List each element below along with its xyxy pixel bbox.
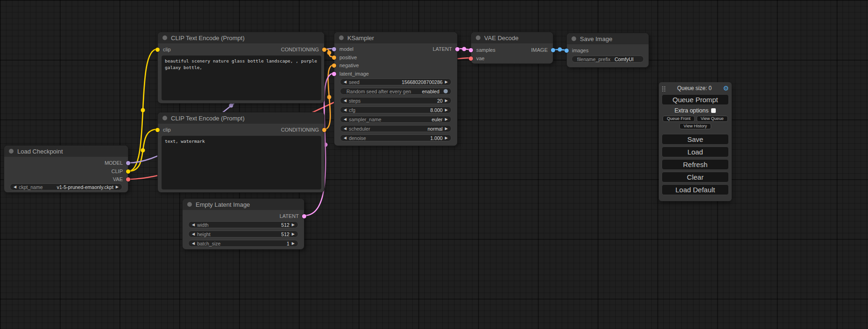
input-slot-negative[interactable]: negative: [334, 63, 359, 68]
increment-arrow-icon[interactable]: ▶: [116, 185, 119, 189]
decrement-arrow-icon[interactable]: ◀: [192, 232, 195, 236]
queue-front-button[interactable]: Queue Front: [663, 116, 695, 122]
widget-denoise[interactable]: ◀ denoise 1.000 ▶: [340, 134, 452, 141]
output-slot-latent[interactable]: LATENT: [433, 46, 457, 52]
collapse-toggle-icon[interactable]: [162, 116, 167, 120]
decrement-arrow-icon[interactable]: ◀: [192, 242, 195, 245]
widget-scheduler[interactable]: ◀ scheduler normal ▶: [340, 125, 452, 132]
input-slot-vae[interactable]: vae: [471, 56, 485, 61]
clip-port-icon[interactable]: [126, 169, 130, 174]
output-slot-latent[interactable]: LATENT: [280, 213, 304, 219]
latent-port-icon[interactable]: [302, 214, 306, 218]
decrement-arrow-icon[interactable]: ◀: [344, 136, 346, 140]
model-port-icon[interactable]: [126, 161, 130, 165]
output-slot-conditioning[interactable]: CONDITIONING: [281, 47, 324, 52]
negative-prompt-textarea[interactable]: text, watermark: [162, 136, 321, 189]
save-button[interactable]: Save: [662, 134, 729, 145]
input-slot-model[interactable]: model: [334, 46, 353, 52]
conditioning-port-icon[interactable]: [332, 56, 336, 60]
load-button[interactable]: Load: [662, 147, 729, 157]
increment-arrow-icon[interactable]: ▶: [292, 232, 295, 236]
widget-random-seed-toggle[interactable]: Random seed after every gen enabled: [340, 88, 452, 95]
node-save-image[interactable]: Save Image images filename_prefix ComfyU…: [566, 33, 649, 68]
extra-options-checkbox[interactable]: [711, 108, 716, 113]
node-titlebar[interactable]: CLIP Text Encode (Prompt): [158, 112, 324, 124]
load-default-button[interactable]: Load Default: [662, 184, 729, 195]
settings-gear-icon[interactable]: ⚙: [723, 85, 729, 91]
node-titlebar[interactable]: Save Image: [567, 33, 649, 44]
input-slot-clip[interactable]: clip: [158, 127, 171, 133]
decrement-arrow-icon[interactable]: ◀: [344, 108, 346, 112]
latent-port-icon[interactable]: [455, 47, 459, 51]
widget-sampler-name[interactable]: ◀ sampler_name euler ▶: [340, 116, 452, 123]
input-slot-positive[interactable]: positive: [334, 55, 357, 60]
decrement-arrow-icon[interactable]: ◀: [344, 99, 346, 103]
widget-seed[interactable]: ◀ seed 156680208700286 ▶: [340, 78, 452, 85]
output-slot-image[interactable]: IMAGE: [531, 47, 553, 53]
increment-arrow-icon[interactable]: ▶: [445, 80, 448, 84]
positive-prompt-textarea[interactable]: beautiful scenery nature glass bottle la…: [162, 56, 321, 100]
widget-ckpt-name[interactable]: ◀ ckpt_name v1-5-pruned-emaonly.ckpt ▶: [10, 183, 122, 190]
output-slot-model[interactable]: MODEL: [105, 160, 128, 166]
conditioning-port-icon[interactable]: [322, 48, 326, 52]
queue-prompt-button[interactable]: Queue Prompt: [662, 94, 729, 105]
conditioning-port-icon[interactable]: [322, 128, 326, 132]
view-queue-button[interactable]: View Queue: [697, 116, 728, 122]
node-titlebar[interactable]: CLIP Text Encode (Prompt): [158, 32, 324, 43]
widget-cfg[interactable]: ◀ cfg 8.000 ▶: [340, 106, 452, 113]
node-titlebar[interactable]: Load Checkpoint: [4, 146, 128, 157]
collapse-toggle-icon[interactable]: [339, 35, 344, 40]
increment-arrow-icon[interactable]: ▶: [445, 136, 448, 140]
decrement-arrow-icon[interactable]: ◀: [14, 185, 16, 189]
collapse-toggle-icon[interactable]: [476, 35, 480, 40]
refresh-button[interactable]: Refresh: [662, 159, 729, 170]
increment-arrow-icon[interactable]: ▶: [445, 99, 448, 103]
increment-arrow-icon[interactable]: ▶: [445, 127, 448, 131]
node-titlebar[interactable]: Empty Latent Image: [183, 199, 304, 210]
node-empty-latent-image[interactable]: Empty Latent Image LATENT ◀ width 512 ▶ …: [182, 198, 304, 250]
input-slot-latent-image[interactable]: latent_image: [334, 71, 369, 77]
widget-filename-prefix[interactable]: filename_prefix ComfyUI: [572, 56, 644, 63]
output-slot-conditioning[interactable]: CONDITIONING: [281, 127, 324, 133]
increment-arrow-icon[interactable]: ▶: [292, 223, 295, 227]
node-vae-decode[interactable]: VAE Decode samples vae IMAGE: [471, 32, 553, 64]
drag-handle-icon[interactable]: [662, 85, 666, 91]
decrement-arrow-icon[interactable]: ◀: [344, 80, 346, 84]
decrement-arrow-icon[interactable]: ◀: [192, 223, 195, 227]
clip-port-icon[interactable]: [155, 128, 160, 132]
input-slot-clip[interactable]: clip: [158, 47, 171, 52]
model-port-icon[interactable]: [332, 47, 336, 51]
input-slot-samples[interactable]: samples: [471, 47, 495, 53]
collapse-toggle-icon[interactable]: [9, 149, 14, 154]
output-slot-clip[interactable]: CLIP: [112, 168, 128, 174]
latent-port-icon[interactable]: [469, 48, 473, 52]
node-titlebar[interactable]: VAE Decode: [471, 32, 553, 43]
latent-port-icon[interactable]: [332, 72, 336, 76]
increment-arrow-icon[interactable]: ▶: [445, 108, 448, 112]
node-clip-text-encode-positive[interactable]: CLIP Text Encode (Prompt) clip CONDITION…: [157, 32, 325, 104]
widget-width[interactable]: ◀ width 512 ▶: [188, 221, 298, 228]
clear-button[interactable]: Clear: [662, 172, 729, 182]
vae-port-icon[interactable]: [469, 56, 473, 61]
image-port-icon[interactable]: [565, 49, 569, 53]
decrement-arrow-icon[interactable]: ◀: [344, 127, 346, 131]
widget-batch-size[interactable]: ◀ batch_size 1 ▶: [188, 240, 298, 247]
node-load-checkpoint[interactable]: Load Checkpoint MODEL CLIP VAE ◀ ckpt_na…: [4, 145, 128, 193]
node-titlebar[interactable]: KSampler: [334, 32, 457, 43]
image-port-icon[interactable]: [551, 48, 555, 52]
output-slot-vae[interactable]: VAE: [113, 176, 128, 182]
clip-port-icon[interactable]: [155, 48, 160, 52]
increment-arrow-icon[interactable]: ▶: [445, 118, 448, 121]
toggle-indicator-icon[interactable]: [444, 89, 448, 93]
conditioning-port-icon[interactable]: [332, 63, 336, 68]
collapse-toggle-icon[interactable]: [572, 36, 576, 41]
collapse-toggle-icon[interactable]: [162, 35, 167, 40]
collapse-toggle-icon[interactable]: [187, 202, 192, 207]
decrement-arrow-icon[interactable]: ◀: [344, 118, 346, 121]
input-slot-images[interactable]: images: [567, 48, 588, 53]
view-history-button[interactable]: View History: [679, 123, 711, 129]
increment-arrow-icon[interactable]: ▶: [292, 242, 295, 245]
widget-steps[interactable]: ◀ steps 20 ▶: [340, 97, 452, 104]
vae-port-icon[interactable]: [126, 177, 130, 182]
widget-height[interactable]: ◀ height 512 ▶: [188, 231, 298, 238]
